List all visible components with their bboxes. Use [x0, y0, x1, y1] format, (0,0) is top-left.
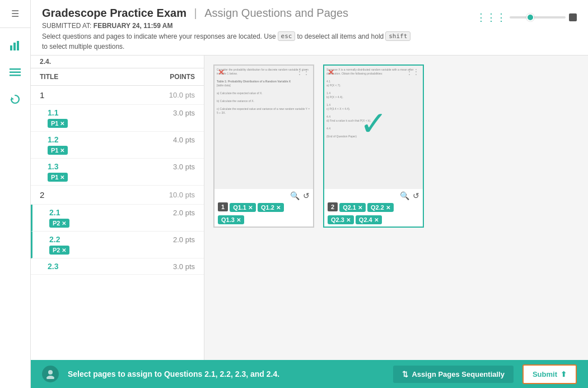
- page-1-tag-q1-3[interactable]: Q1.3 ✕: [218, 215, 244, 224]
- tag-p1-1-3[interactable]: P1 ✕: [48, 173, 68, 182]
- page-1-image: Consider the probability distribution fo…: [214, 66, 313, 189]
- page-2-zoom-btn[interactable]: 🔍: [400, 191, 409, 200]
- page-1-tag-q1-1[interactable]: Q1.1 ✕: [230, 203, 256, 212]
- question-item-2-2[interactable]: 2.2 2.0 pts P2 ✕: [31, 232, 204, 258]
- bottom-bar: Select pages to assign to Questions 2.1,…: [31, 360, 588, 388]
- question-panel-header: TITLE POINTS: [31, 68, 204, 86]
- svg-rect-1: [13, 43, 16, 50]
- question-item-1-2[interactable]: 1.2 4.0 pts P1 ✕: [31, 132, 204, 159]
- grid-dots-icon: ⋮⋮⋮: [476, 11, 506, 24]
- checkmark-icon: ✓: [360, 104, 388, 143]
- page-2-image: Suppose X is a normally distributed rand…: [324, 66, 423, 189]
- section-2-row[interactable]: 2 10.0 pts: [31, 186, 204, 205]
- page-1-remove-btn[interactable]: ✕: [218, 68, 225, 77]
- tag-p2-2-1[interactable]: P2 ✕: [49, 219, 69, 228]
- page-2-tag-q2-4[interactable]: Q2.4 ✕: [356, 215, 382, 224]
- instruction-line: Select questions and pages to indicate w…: [42, 31, 476, 50]
- sidebar-icon-refresh[interactable]: [7, 91, 24, 108]
- question-item-2-3[interactable]: 2.3 3.0 pts: [31, 258, 204, 275]
- hamburger-icon: ☰: [11, 8, 19, 19]
- svg-rect-3: [10, 68, 21, 70]
- bottom-bar-message: Select pages to assign to Questions 2.1,…: [68, 369, 384, 378]
- tag-p1-1-2[interactable]: P1 ✕: [48, 146, 68, 155]
- page-1-tag-q1-2[interactable]: Q1.2 ✕: [258, 203, 284, 212]
- tag-p1-1-1[interactable]: P1 ✕: [48, 119, 68, 128]
- svg-rect-2: [17, 41, 19, 50]
- page-1-number-badge: 1: [218, 202, 228, 211]
- submit-button[interactable]: Submit ⬆: [522, 364, 577, 384]
- page-title: Gradescope Practice Exam | Assign Questi…: [42, 7, 476, 20]
- page-1-rotate-btn[interactable]: ↺: [303, 191, 310, 200]
- page-card-1[interactable]: Consider the probability distribution fo…: [213, 64, 314, 228]
- pages-area[interactable]: Consider the probability distribution fo…: [204, 56, 588, 360]
- shift-key: shift: [385, 31, 410, 41]
- esc-key: esc: [278, 31, 296, 41]
- page-2-drag-icon: ⋮⋮: [406, 68, 419, 76]
- submit-icon: ⬆: [561, 370, 567, 378]
- zoom-end-icon: [569, 13, 577, 21]
- page-2-tag-q2-1[interactable]: Q2.1 ✕: [339, 203, 366, 212]
- sidebar-icon-chart[interactable]: [7, 37, 24, 54]
- question-item-1-3[interactable]: 1.3 3.0 pts P1 ✕: [31, 159, 204, 186]
- question-panel: 2.4. TITLE POINTS 1 10.0 pts 1.1 3.0 pts: [31, 56, 204, 360]
- page-2-number-badge: 2: [328, 202, 338, 211]
- tag-p2-2-2[interactable]: P2 ✕: [49, 246, 69, 255]
- svg-point-8: [46, 376, 54, 379]
- svg-marker-6: [11, 97, 14, 100]
- page-1-drag-icon: ⋮⋮: [296, 68, 310, 76]
- assign-seq-icon: ⇅: [402, 370, 408, 378]
- question-item-1-1[interactable]: 1.1 3.0 pts P1 ✕: [31, 105, 204, 132]
- zoom-slider[interactable]: [510, 16, 566, 19]
- page-1-zoom-btn[interactable]: 🔍: [290, 191, 300, 200]
- sidebar-icon-list[interactable]: [7, 64, 24, 81]
- section-1-row[interactable]: 1 10.0 pts: [31, 86, 204, 105]
- question-item-2-1[interactable]: 2.1 2.0 pts P2 ✕: [31, 205, 204, 232]
- page-2-rotate-btn[interactable]: ↺: [413, 191, 419, 200]
- page-2-tag-q2-2[interactable]: Q2.2 ✕: [367, 203, 394, 212]
- hamburger-button[interactable]: ☰: [0, 0, 30, 28]
- svg-rect-0: [10, 45, 12, 50]
- assign-pages-sequentially-button[interactable]: ⇅ Assign Pages Sequentially: [393, 366, 513, 383]
- left-sidebar: ☰: [0, 0, 31, 388]
- zoom-controls: ⋮⋮⋮: [476, 11, 577, 24]
- scroll-position-label: 2.4.: [31, 56, 204, 68]
- svg-rect-4: [10, 72, 21, 73]
- header: Gradescope Practice Exam | Assign Questi…: [31, 0, 588, 56]
- user-avatar[interactable]: [42, 366, 59, 382]
- submitted-line: SUBMITTED AT: FEBRUARY 24, 11:59 AM: [42, 22, 476, 30]
- page-2-tag-q2-3[interactable]: Q2.3 ✕: [328, 215, 354, 224]
- svg-point-7: [48, 370, 53, 375]
- page-card-2[interactable]: Suppose X is a normally distributed rand…: [323, 64, 424, 228]
- page-2-remove-btn[interactable]: ✕: [328, 68, 334, 77]
- svg-rect-5: [10, 75, 21, 76]
